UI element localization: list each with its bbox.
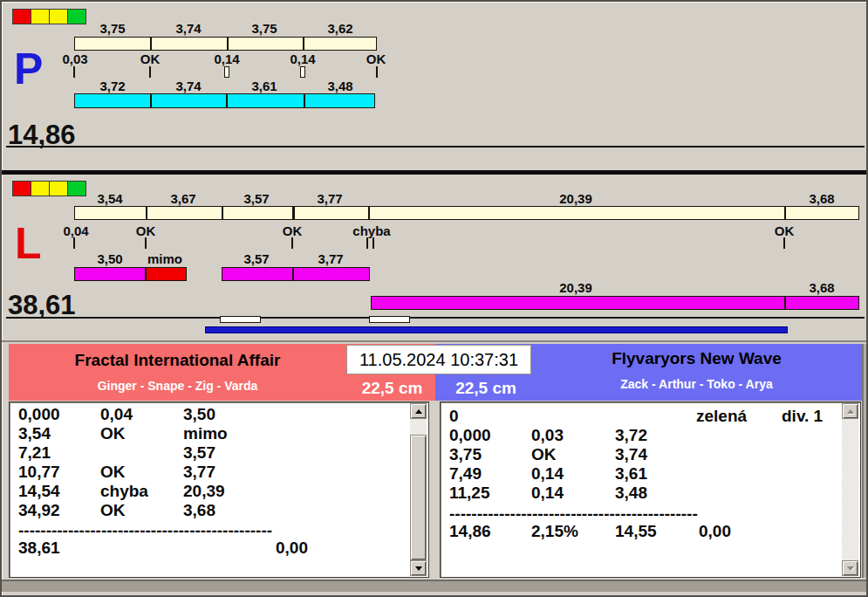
error-segment-mimo — [147, 268, 186, 280]
p-top-label: 3,62 — [305, 21, 375, 36]
l-reference-bar — [74, 206, 859, 220]
result-list-left: 0,000 0,04 3,50 3,54 OK mimo 7,21 3,57 1… — [9, 401, 429, 578]
list-cell: 0 — [449, 408, 459, 425]
l-measure-label2: 20,39 — [541, 280, 611, 295]
tick-mark — [73, 66, 75, 78]
l-top-label: 3,77 — [295, 191, 365, 206]
scroll-down-button[interactable] — [410, 560, 427, 576]
list-total: 14,86 — [449, 523, 491, 540]
scroll-down-button-disabled[interactable] — [842, 560, 858, 576]
tick-mark — [145, 237, 147, 249]
panel-p-bottom-line — [6, 146, 865, 148]
team-right-players: Zack - Arthur - Toko - Arya — [531, 377, 862, 391]
scrollbar-left-list[interactable] — [410, 403, 427, 576]
scrollbar-right-list[interactable] — [842, 403, 858, 576]
p-measure-label: 3,74 — [154, 79, 223, 93]
marker-notch — [220, 316, 261, 323]
list-cell: chyba — [100, 483, 148, 500]
scoreboard-section: Fractal International Affair Ginger - Sn… — [2, 340, 868, 578]
l-measure-label: 3,77 — [296, 251, 366, 266]
datetime-box: 11.05.2024 10:37:31 — [346, 345, 531, 374]
scrollbar-thumb[interactable] — [410, 435, 427, 560]
list-cell: 0,03 — [531, 427, 564, 444]
p-top-label: 3,75 — [78, 21, 147, 36]
list-cell: 3,48 — [615, 484, 647, 502]
l-measured-bar-mid — [222, 267, 370, 281]
p-top-label: 3,75 — [229, 21, 299, 36]
list-cell: OK — [100, 425, 126, 443]
list-cell: 7,49 — [449, 465, 482, 483]
list-total: 38,61 — [18, 539, 60, 557]
progress-bar-blue — [205, 326, 788, 333]
status-square-yellow — [31, 9, 50, 24]
list-cell: OK — [531, 446, 557, 463]
list-cell: 0,000 — [449, 427, 491, 444]
tick-mark — [372, 237, 374, 249]
list-cell: 3,57 — [183, 444, 215, 462]
team-right-distance: 22,5 cm — [442, 379, 530, 398]
panel-l: 3,54 3,67 3,57 3,77 20,39 3,68 0,04 OK O… — [2, 175, 868, 340]
p-status-label: 0,14 — [192, 51, 262, 66]
l-top-label: 3,68 — [787, 191, 857, 206]
status-square-yellow — [31, 181, 50, 196]
list-cell: 0,000 — [18, 406, 60, 423]
list-cell: OK — [100, 502, 126, 519]
panel-l-letter: L — [15, 223, 42, 264]
l-status-label: 0,04 — [41, 223, 111, 238]
list-cell: 10,77 — [18, 463, 60, 481]
list-cell: 3,68 — [183, 502, 215, 519]
l-top-label: 20,39 — [541, 191, 611, 206]
arrow-down-icon — [415, 566, 422, 571]
result-list-right: 0 zelená div. 1 0,000 0,03 3,72 3,75 OK … — [440, 401, 861, 578]
p-status-label: 0,14 — [268, 51, 338, 66]
p-top-label: 3,74 — [154, 21, 223, 36]
list-cell: 3,72 — [615, 427, 647, 444]
l-measured-bar-long — [371, 296, 859, 310]
window-frame-bottom — [2, 580, 868, 592]
marker-notch — [369, 316, 410, 323]
team-left-players: Ginger - Snape - Zig - Varda — [9, 379, 346, 393]
status-square-yellow — [49, 181, 68, 196]
list-cell: 11,25 — [449, 484, 490, 502]
scroll-up-button[interactable] — [410, 403, 427, 419]
tick-mark — [783, 237, 785, 249]
list-total: 14,55 — [615, 523, 657, 540]
p-status-label: 0,03 — [40, 51, 110, 66]
p-status-label: OK — [341, 51, 411, 66]
status-square-red — [12, 9, 31, 24]
tick-mark — [366, 237, 368, 249]
status-squares-p — [13, 9, 86, 24]
arrow-up-icon — [847, 409, 854, 414]
team-right-name: Flyvaryors New Wave — [531, 349, 862, 368]
tick-mark — [149, 66, 151, 78]
l-top-label: 3,57 — [222, 191, 291, 206]
arrow-down-icon — [847, 566, 854, 571]
l-measure-label: 3,57 — [222, 251, 291, 266]
tick-mark — [376, 66, 378, 78]
list-cell: 0,14 — [531, 484, 564, 502]
list-cell: 0,14 — [531, 465, 564, 483]
list-cell: 0,04 — [100, 406, 133, 423]
list-cell: div. 1 — [782, 408, 823, 425]
list-cell: mimo — [183, 425, 228, 443]
p-measured-bar — [74, 93, 375, 108]
tick-marker-box — [224, 66, 229, 78]
p-status-label: OK — [115, 51, 185, 66]
list-cell: 14,54 — [18, 483, 60, 500]
list-separator: ----------------------------------------… — [449, 505, 698, 523]
l-status-label: chyba — [337, 223, 407, 238]
team-left-distance: 22,5 cm — [349, 379, 435, 398]
list-total: 0,00 — [276, 539, 308, 557]
l-top-label: 3,67 — [148, 191, 218, 206]
list-cell: zelená — [696, 408, 747, 425]
app-window: 3,75 3,74 3,75 3,62 0,03 OK 0,14 0,14 OK… — [0, 0, 868, 597]
scroll-up-button-disabled[interactable] — [842, 403, 858, 419]
list-total: 2,15% — [531, 523, 578, 540]
tick-mark — [291, 237, 293, 249]
window-frame-right — [862, 344, 868, 578]
list-cell: 34,92 — [18, 502, 60, 519]
arrow-up-icon — [415, 409, 422, 414]
list-cell: 3,75 — [449, 446, 482, 463]
l-status-label: OK — [257, 223, 327, 238]
panel-p-letter: P — [14, 49, 43, 89]
